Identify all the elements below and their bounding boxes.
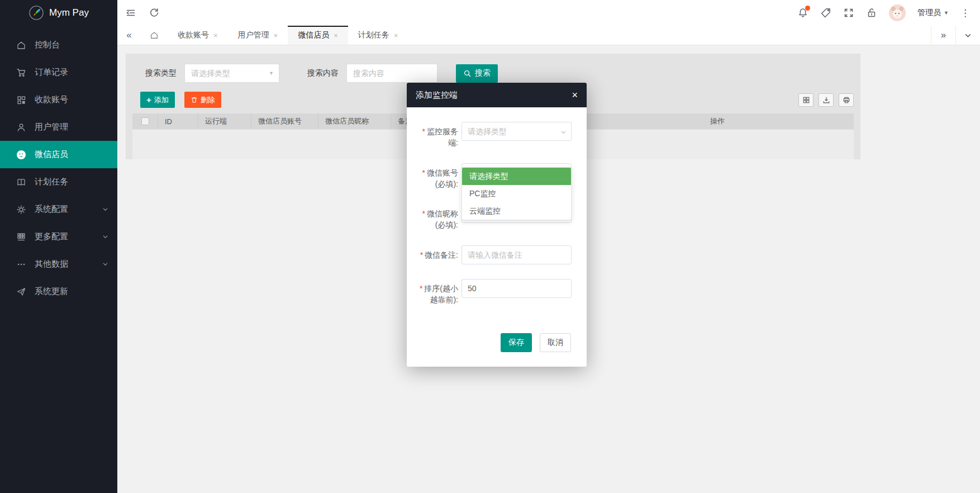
required-asterisk: * <box>422 127 425 136</box>
columns-grid-button[interactable] <box>798 93 814 107</box>
more-menu-icon[interactable]: ⋮ <box>960 8 970 18</box>
trash-icon <box>191 96 198 103</box>
users-icon <box>16 122 26 132</box>
field-label: *微信账号 (必填): <box>416 163 458 190</box>
topbar: 管理员 ▼ ⋮ <box>117 0 980 26</box>
lock-icon[interactable] <box>866 7 877 18</box>
sidebar-item-label: 计划任务 <box>35 177 68 187</box>
collapse-menu-icon[interactable] <box>125 7 136 18</box>
dropdown-option-placeholder[interactable]: 请选择类型 <box>462 168 571 185</box>
sidebar-item-system-update[interactable]: 系统更新 <box>0 278 117 305</box>
user-menu[interactable]: 管理员 ▼ <box>917 8 949 18</box>
tab-wechat-clerk[interactable]: 微信店员 × <box>288 26 348 45</box>
sidebar: Mym Pay 控制台 订单记录 收款账号 用户管理 <box>0 0 117 493</box>
select-all-checkbox[interactable] <box>141 117 149 125</box>
search-type-select-input[interactable] <box>184 64 279 83</box>
sidebar-item-accounts[interactable]: 收款账号 <box>0 86 117 113</box>
sidebar-item-label: 订单记录 <box>35 67 68 78</box>
sidebar-item-scheduled-tasks[interactable]: 计划任务 <box>0 168 117 196</box>
sidebar-item-other-data[interactable]: 其他数据 <box>0 250 117 278</box>
export-button[interactable] <box>819 93 834 107</box>
fullscreen-icon[interactable] <box>843 7 854 18</box>
delete-button[interactable]: 删除 <box>184 92 221 108</box>
add-button[interactable]: + 添加 <box>140 92 175 108</box>
notifications-bell-icon[interactable] <box>797 7 808 18</box>
sidebar-item-dashboard[interactable]: 控制台 <box>0 31 117 59</box>
tab-scheduled-tasks[interactable]: 计划任务 × <box>348 26 408 45</box>
tab-home[interactable] <box>141 26 168 45</box>
search-button[interactable]: 搜索 <box>456 64 498 83</box>
tab-label: 微信店员 <box>298 30 329 40</box>
tabs-scroll-left-button[interactable]: « <box>117 26 141 45</box>
sidebar-item-label: 更多配置 <box>35 231 68 242</box>
sidebar-nav: 控制台 订单记录 收款账号 用户管理 微信店员 <box>0 31 117 305</box>
modal-footer: 保存 取消 <box>407 320 587 367</box>
tabbar-spacer <box>408 26 931 45</box>
tab-label: 收款账号 <box>178 30 209 40</box>
field-label: *排序(越小 越靠前): <box>416 279 458 306</box>
avatar[interactable] <box>889 4 906 21</box>
modal-title: 添加监控端 <box>416 90 458 101</box>
tabs-dropdown-button[interactable] <box>955 26 980 45</box>
brand: Mym Pay <box>0 0 117 26</box>
dropdown-option-cloud-monitor[interactable]: 云端监控 <box>462 202 571 220</box>
tab-close-icon[interactable]: × <box>213 31 218 40</box>
sort-order-input[interactable] <box>462 279 572 298</box>
save-button[interactable]: 保存 <box>501 333 532 352</box>
book-icon <box>16 177 26 187</box>
tab-close-icon[interactable]: × <box>274 31 278 40</box>
required-asterisk: * <box>420 250 423 259</box>
sidebar-item-label: 系统更新 <box>35 286 68 297</box>
column-header-runtime[interactable]: 运行端 <box>198 113 251 129</box>
grid-icon <box>16 232 26 242</box>
field-wechat-remark: *微信备注: <box>416 245 572 264</box>
monitor-server-select[interactable] <box>462 122 572 141</box>
modal-body: *监控服务 端: *微信账号 (必填): *微信昵称 (必填): *微信备注: <box>407 107 587 320</box>
sidebar-item-more-config[interactable]: 更多配置 <box>0 223 117 250</box>
search-button-label: 搜索 <box>475 68 491 78</box>
field-label: *微信备注: <box>416 245 458 264</box>
chevron-down-icon <box>102 234 108 240</box>
brand-name: Mym Pay <box>49 7 89 18</box>
column-header-account[interactable]: 微信店员账号 <box>251 113 318 129</box>
sidebar-item-label: 系统配置 <box>35 204 68 215</box>
column-header-id[interactable]: ID <box>158 113 198 129</box>
print-button[interactable] <box>839 93 854 107</box>
home-tab-icon <box>150 31 159 40</box>
sidebar-item-label: 微信店员 <box>35 149 68 160</box>
sidebar-item-label: 收款账号 <box>35 94 68 105</box>
modal-close-icon[interactable]: × <box>572 90 578 100</box>
table-tools <box>798 93 854 107</box>
tabs-scroll-right-button[interactable]: » <box>931 26 955 45</box>
tab-close-icon[interactable]: × <box>394 31 398 40</box>
dots-icon <box>16 259 26 269</box>
tag-icon[interactable] <box>820 7 831 18</box>
required-asterisk: * <box>422 209 425 218</box>
field-label: *监控服务 端: <box>416 122 458 149</box>
sidebar-item-orders[interactable]: 订单记录 <box>0 59 117 86</box>
rocket-logo-icon <box>28 5 44 21</box>
refresh-icon[interactable] <box>149 7 160 18</box>
tabbar: « 收款账号 × 用户管理 × 微信店员 × 计划任务 × » <box>117 26 980 45</box>
wechat-remark-input[interactable] <box>462 245 572 264</box>
required-asterisk: * <box>422 168 425 177</box>
search-type-select[interactable]: ▼ <box>184 64 279 83</box>
accounts-icon <box>16 95 26 105</box>
field-sort-order: *排序(越小 越靠前): <box>416 279 572 306</box>
column-header-nickname[interactable]: 微信店员昵称 <box>318 113 391 129</box>
modal-header: 添加监控端 × <box>407 83 587 107</box>
dropdown-option-pc-monitor[interactable]: PC监控 <box>462 185 571 202</box>
tab-payment-accounts[interactable]: 收款账号 × <box>168 26 228 45</box>
search-content-input[interactable] <box>346 64 437 83</box>
sidebar-item-wechat-clerk[interactable]: 微信店员 <box>0 141 117 168</box>
tab-close-icon[interactable]: × <box>334 31 338 40</box>
sidebar-item-users[interactable]: 用户管理 <box>0 113 117 141</box>
select-all-cell <box>132 113 158 129</box>
search-content-label: 搜索内容 <box>307 68 339 78</box>
monitor-server-dropdown: 请选择类型 PC监控 云端监控 <box>462 167 572 220</box>
gear-icon <box>16 205 26 215</box>
tab-user-management[interactable]: 用户管理 × <box>228 26 288 45</box>
cancel-button[interactable]: 取消 <box>540 333 571 352</box>
sidebar-item-system-config[interactable]: 系统配置 <box>0 196 117 223</box>
sidebar-item-label: 其他数据 <box>35 259 68 269</box>
